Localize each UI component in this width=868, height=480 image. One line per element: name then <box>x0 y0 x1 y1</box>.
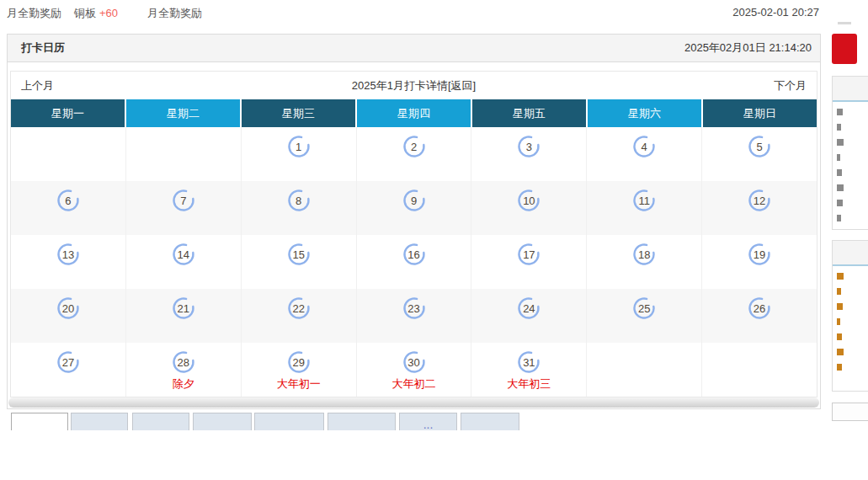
bottom-tab-2[interactable] <box>71 413 128 430</box>
next-month-link[interactable]: 下个月 <box>774 78 807 93</box>
day-cell-18: 18 <box>587 235 702 289</box>
clipped-text-line <box>837 318 840 325</box>
day-badge: 23 <box>402 296 426 320</box>
day-number: 17 <box>523 248 535 261</box>
day-badge: 5 <box>748 135 771 158</box>
day-cell-empty <box>126 127 242 181</box>
day-number: 2 <box>411 141 417 153</box>
day-cell-5: 5 <box>702 127 817 181</box>
day-cell-10: 10 <box>471 181 587 235</box>
clipped-text-line <box>837 169 842 176</box>
day-number: 28 <box>178 356 189 369</box>
calendar-grid: 1234567891011121314151617181920212223242… <box>11 127 817 397</box>
day-number: 18 <box>638 248 650 261</box>
back-link[interactable]: [返回] <box>448 79 476 92</box>
day-badge: 1 <box>287 135 311 158</box>
day-cell-23: 23 <box>357 289 472 343</box>
day-badge: 26 <box>748 296 771 320</box>
day-cell-2: 2 <box>357 127 472 181</box>
day-cell-11: 11 <box>587 181 702 235</box>
coin-label: 铜板 <box>74 7 96 19</box>
clipped-text-line <box>837 200 843 206</box>
day-cell-13: 13 <box>11 235 126 289</box>
day-badge: 21 <box>172 296 195 320</box>
day-number: 29 <box>292 356 304 369</box>
clipped-text-line <box>837 139 844 146</box>
day-badge: 2 <box>402 135 426 158</box>
calendar-week-row: 13141516171819 <box>11 235 817 289</box>
bottom-tab-7[interactable]: ... <box>399 413 457 430</box>
panel-title: 打卡日历 <box>21 40 65 56</box>
sidebar-box-2-body <box>833 266 868 371</box>
day-cell-27: 27 <box>11 343 126 397</box>
prev-month-link[interactable]: 上个月 <box>21 78 54 93</box>
clipped-text-line <box>837 109 843 115</box>
topbar-datetime: 2025-02-01 20:27 <box>732 6 819 19</box>
day-cell-1: 1 <box>242 127 357 181</box>
checkin-calendar-panel: 打卡日历 2025年02月01日 21:14:20 上个月 2025年1月打卡详… <box>7 34 821 409</box>
day-number: 8 <box>296 195 301 207</box>
day-badge: 28 <box>172 350 195 374</box>
day-number: 31 <box>523 356 535 369</box>
day-number: 30 <box>407 356 419 369</box>
top-bar: 月全勤奖励 铜板+60 月全勤奖励 2025-02-01 20:27 <box>0 0 868 25</box>
clipped-text-line <box>837 184 844 191</box>
holiday-label: 除夕 <box>173 376 194 392</box>
day-badge: 22 <box>287 296 311 320</box>
sidebar-box-1 <box>832 76 868 230</box>
calendar-title-text: 2025年1月打卡详情 <box>352 79 448 92</box>
weekday-header-row: 星期一星期二星期三星期四星期五星期六星期日 <box>11 99 817 127</box>
day-number: 1 <box>296 141 301 153</box>
bottom-tab-6[interactable] <box>327 413 396 430</box>
bottom-tab-8[interactable] <box>461 413 519 430</box>
day-cell-22: 22 <box>242 289 357 343</box>
clipped-text-line <box>837 349 844 355</box>
day-number: 26 <box>754 302 765 315</box>
bottom-tab-4[interactable] <box>193 413 252 430</box>
day-number: 24 <box>523 302 535 315</box>
weekday-header-6: 星期六 <box>588 99 703 127</box>
day-number: 10 <box>523 195 535 207</box>
day-number: 19 <box>754 248 765 261</box>
bottom-tab-5[interactable] <box>254 413 324 430</box>
day-number: 9 <box>411 195 417 207</box>
day-badge: 10 <box>517 189 541 212</box>
bottom-tab-1[interactable] <box>11 413 68 430</box>
day-cell-8: 8 <box>242 181 357 235</box>
day-cell-6: 6 <box>11 181 126 235</box>
day-badge: 20 <box>56 296 80 320</box>
day-cell-3: 3 <box>471 127 587 181</box>
day-number: 6 <box>65 195 71 207</box>
horizontal-scrollbar[interactable] <box>8 397 819 408</box>
calendar-week-row: 12345 <box>11 127 817 181</box>
panel-datetime: 2025年02月01日 21:14:20 <box>684 40 812 56</box>
day-cell-empty <box>587 343 702 397</box>
weekday-header-2: 星期二 <box>126 99 242 127</box>
calendar-nav: 上个月 2025年1月打卡详情[返回] 下个月 <box>11 72 817 99</box>
day-badge: 14 <box>172 243 195 266</box>
day-badge: 12 <box>748 189 771 212</box>
day-cell-4: 4 <box>587 127 702 181</box>
clipped-text-line <box>837 154 840 161</box>
day-number: 23 <box>407 302 419 315</box>
day-cell-12: 12 <box>702 181 817 235</box>
sidebar-box-2-header <box>833 241 868 266</box>
day-number: 4 <box>642 141 647 153</box>
clipped-text-line <box>837 288 841 295</box>
day-cell-17: 17 <box>471 235 587 289</box>
day-badge: 3 <box>517 135 541 158</box>
day-number: 21 <box>178 302 189 315</box>
day-number: 3 <box>526 141 532 153</box>
day-cell-21: 21 <box>126 289 242 343</box>
day-badge: 4 <box>632 135 656 158</box>
weekday-header-4: 星期四 <box>357 99 472 127</box>
day-cell-7: 7 <box>126 181 242 235</box>
calendar-title: 2025年1月打卡详情[返回] <box>11 78 817 93</box>
coin-delta-value: +60 <box>99 7 118 19</box>
day-badge: 27 <box>56 350 80 374</box>
holiday-label: 大年初一 <box>277 376 321 392</box>
sidebar-red-badge[interactable] <box>832 34 857 64</box>
bottom-tab-3[interactable] <box>132 413 189 430</box>
day-number: 27 <box>62 356 74 369</box>
clipped-text-line <box>837 364 842 371</box>
